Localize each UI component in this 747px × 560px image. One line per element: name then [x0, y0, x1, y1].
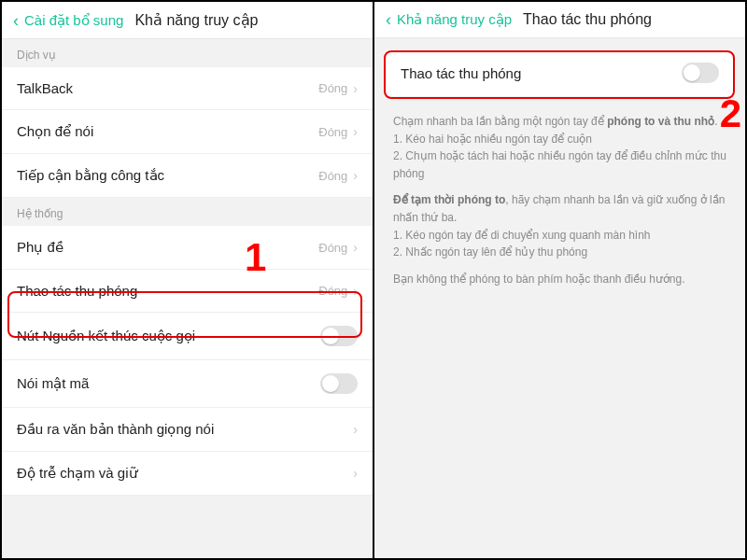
toggle-switch[interactable] [320, 326, 358, 346]
row-power-end-call[interactable]: Nút Nguồn kết thúc cuộc gọi [2, 313, 373, 360]
section-header-services: Dịch vụ [2, 39, 373, 67]
desc-text: . [714, 115, 717, 128]
chevron-right-icon: › [353, 124, 358, 139]
card-label: Thao tác thu phóng [401, 65, 521, 81]
desc-bold: Để tạm thời phóng to [393, 193, 505, 206]
row-label: Chọn để nói [17, 123, 318, 140]
row-label: Nút Nguồn kết thúc cuộc gọi [17, 328, 320, 344]
desc-line: 1. Kéo ngón tay để di chuyển xung quanh … [393, 229, 651, 242]
desc-line: 2. Nhấc ngón tay lên để hủy thu phóng [393, 245, 587, 259]
row-switch-access[interactable]: Tiếp cận bằng công tắc Đóng › [2, 154, 373, 198]
section-header-system: Hệ thống [2, 198, 373, 226]
back-chevron-icon[interactable]: ‹ [13, 12, 19, 29]
page-title: Khả năng truy cập [134, 11, 258, 29]
row-label: Tiếp cận bằng công tắc [17, 167, 318, 184]
desc-bold: phóng to và thu nhỏ [607, 115, 714, 128]
row-talkback[interactable]: TalkBack Đóng › [2, 67, 373, 110]
desc-line: 2. Chụm hoặc tách hai hoặc nhiều ngón ta… [393, 149, 726, 180]
row-speak-passwords[interactable]: Nói mật mã [2, 360, 373, 408]
back-button[interactable]: Khả năng truy cập [397, 11, 512, 28]
row-status: Đóng [318, 81, 347, 95]
row-status: Đóng [318, 169, 347, 183]
chevron-right-icon: › [353, 466, 358, 481]
row-status: Đóng [318, 125, 347, 139]
row-captions[interactable]: Phụ đề Đóng › [2, 226, 373, 270]
chevron-right-icon: › [353, 81, 358, 96]
back-chevron-icon[interactable]: ‹ [386, 11, 391, 28]
row-label: Nói mật mã [17, 375, 320, 392]
header-left: ‹ Cài đặt bổ sung Khả năng truy cập [2, 2, 373, 39]
row-label: Thao tác thu phóng [17, 283, 318, 299]
desc-text: Chạm nhanh ba lần bằng một ngón tay để [393, 115, 607, 128]
row-label: Độ trễ chạm và giữ [17, 465, 353, 482]
row-label: Phụ đề [17, 239, 318, 256]
description-text: Chạm nhanh ba lần bằng một ngón tay để p… [374, 107, 745, 302]
page-title: Thao tác thu phóng [523, 11, 652, 28]
row-label: TalkBack [17, 80, 318, 96]
row-touch-hold-delay[interactable]: Độ trễ chạm và giữ › [2, 452, 373, 496]
toggle-switch[interactable] [320, 373, 358, 394]
row-tts-output[interactable]: Đầu ra văn bản thành giọng nói › [2, 408, 373, 452]
tutorial-side-by-side: ‹ Cài đặt bổ sung Khả năng truy cập Dịch… [0, 0, 747, 560]
chevron-right-icon: › [353, 240, 358, 255]
left-panel: ‹ Cài đặt bổ sung Khả năng truy cập Dịch… [2, 2, 374, 558]
chevron-right-icon: › [353, 422, 358, 437]
row-magnification[interactable]: Thao tác thu phóng Đóng › [2, 270, 373, 313]
right-panel: ‹ Khả năng truy cập Thao tác thu phóng T… [374, 2, 745, 558]
header-right: ‹ Khả năng truy cập Thao tác thu phóng [374, 2, 745, 38]
magnification-toggle-card[interactable]: Thao tác thu phóng [386, 49, 734, 96]
chevron-right-icon: › [353, 168, 358, 183]
toggle-switch[interactable] [682, 63, 719, 83]
row-label: Đầu ra văn bản thành giọng nói [17, 421, 353, 438]
row-status: Đóng [318, 241, 347, 255]
desc-line: 1. Kéo hai hoặc nhiều ngón tay để cuộn [393, 133, 592, 146]
chevron-right-icon: › [353, 284, 358, 299]
row-select-to-speak[interactable]: Chọn để nói Đóng › [2, 110, 373, 154]
desc-paragraph: Bạn không thể phóng to bàn phím hoặc tha… [393, 271, 726, 288]
back-button[interactable]: Cài đặt bổ sung [24, 12, 123, 29]
row-status: Đóng [318, 284, 347, 298]
